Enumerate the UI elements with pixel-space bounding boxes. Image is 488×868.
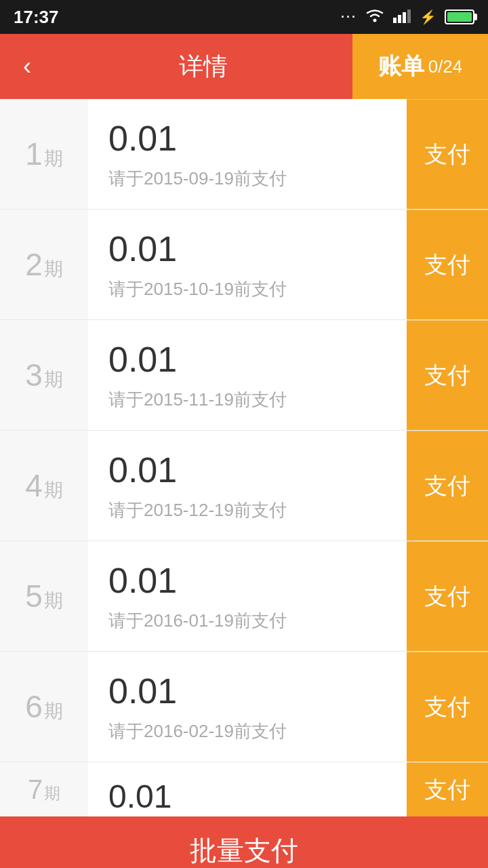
detail-col-3: 0.01 请于2015-11-19前支付 xyxy=(88,339,407,412)
pay-label-7: 支付 xyxy=(424,774,470,806)
svg-rect-4 xyxy=(407,9,411,23)
period-number-4: 4 xyxy=(25,467,43,504)
signal-icon xyxy=(392,7,411,28)
period-qi-6: 期 xyxy=(44,698,63,724)
period-col-7: 7 期 xyxy=(0,762,88,816)
table-row: 1 期 0.01 请于2015-09-19前支付 支付 xyxy=(0,99,488,210)
date-3: 请于2015-11-19前支付 xyxy=(108,388,386,412)
nav-bar: ‹ 详情 账单 0/24 xyxy=(0,34,488,99)
pay-button-3[interactable]: 支付 xyxy=(407,320,488,430)
pay-button-1[interactable]: 支付 xyxy=(407,99,488,209)
period-number-3: 3 xyxy=(25,357,43,393)
nav-title: 详情 xyxy=(54,34,352,99)
wifi-icon xyxy=(365,7,384,26)
pay-button-4[interactable]: 支付 xyxy=(407,431,488,540)
detail-col-2: 0.01 请于2015-10-19前支付 xyxy=(88,229,407,301)
period-qi-2: 期 xyxy=(44,256,63,282)
period-number-1: 1 xyxy=(25,136,43,172)
date-1: 请于2015-09-19前支付 xyxy=(108,167,386,191)
table-row: 3 期 0.01 请于2015-11-19前支付 支付 xyxy=(0,320,488,431)
period-col-2: 2 期 xyxy=(0,210,88,319)
period-col-6: 6 期 xyxy=(0,652,88,762)
pay-label-6: 支付 xyxy=(424,692,470,723)
period-col-4: 4 期 xyxy=(0,431,88,540)
pay-label-3: 支付 xyxy=(424,360,470,391)
status-time: 17:37 xyxy=(14,7,59,28)
period-number-5: 5 xyxy=(25,578,43,614)
detail-col-7: 0.01 xyxy=(88,764,407,815)
date-6: 请于2016-02-19前支付 xyxy=(108,719,386,743)
period-qi-5: 期 xyxy=(44,588,63,614)
pay-label-2: 支付 xyxy=(424,250,470,281)
period-qi-1: 期 xyxy=(44,146,63,172)
period-number-6: 6 xyxy=(25,688,43,725)
amount-4: 0.01 xyxy=(108,450,386,490)
date-5: 请于2016-01-19前支付 xyxy=(108,609,386,633)
bill-tab-count: 0/24 xyxy=(428,56,463,77)
table-row-partial: 7 期 0.01 支付 xyxy=(0,762,488,816)
batch-payment-label: 批量支付 xyxy=(190,832,298,869)
period-qi-4: 期 xyxy=(44,477,63,503)
pay-label-1: 支付 xyxy=(424,139,470,170)
period-col-1: 1 期 xyxy=(0,99,88,209)
detail-col-5: 0.01 请于2016-01-19前支付 xyxy=(88,560,407,633)
pay-label-4: 支付 xyxy=(424,471,470,502)
battery-icon xyxy=(445,9,474,24)
date-2: 请于2015-10-19前支付 xyxy=(108,277,386,301)
table-row: 5 期 0.01 请于2016-01-19前支付 支付 xyxy=(0,541,488,652)
detail-col-4: 0.01 请于2015-12-19前支付 xyxy=(88,450,407,522)
period-number-2: 2 xyxy=(25,246,43,283)
pay-button-5[interactable]: 支付 xyxy=(407,541,488,651)
table-row: 6 期 0.01 请于2016-02-19前支付 支付 xyxy=(0,652,488,762)
svg-rect-2 xyxy=(398,15,401,23)
status-icons: ··· ⚡ xyxy=(341,7,474,28)
batch-payment-button[interactable]: 批量支付 xyxy=(0,816,488,868)
svg-rect-3 xyxy=(403,12,406,23)
table-row: 2 期 0.01 请于2015-10-19前支付 支付 xyxy=(0,210,488,320)
svg-point-0 xyxy=(373,19,377,22)
period-qi-3: 期 xyxy=(44,367,63,393)
table-row: 4 期 0.01 请于2015-12-19前支付 支付 xyxy=(0,431,488,541)
amount-2: 0.01 xyxy=(108,229,386,269)
period-col-3: 3 期 xyxy=(0,320,88,430)
period-qi-7: 期 xyxy=(44,783,60,804)
pay-button-6[interactable]: 支付 xyxy=(407,652,488,762)
back-arrow-icon: ‹ xyxy=(23,52,31,81)
period-number-7: 7 xyxy=(28,774,43,805)
charge-icon: ⚡ xyxy=(420,9,436,25)
pay-button-7[interactable]: 支付 xyxy=(407,762,488,816)
amount-6: 0.01 xyxy=(108,671,386,711)
svg-rect-1 xyxy=(393,18,396,23)
bill-tab-label: 账单 xyxy=(378,51,424,82)
amount-7: 0.01 xyxy=(108,778,386,815)
bill-tab[interactable]: 账单 0/24 xyxy=(352,34,488,99)
date-4: 请于2015-12-19前支付 xyxy=(108,498,386,522)
amount-1: 0.01 xyxy=(108,118,386,159)
pay-button-2[interactable]: 支付 xyxy=(407,210,488,319)
dots-icon: ··· xyxy=(341,10,357,24)
detail-col-1: 0.01 请于2015-09-19前支付 xyxy=(88,118,407,191)
amount-3: 0.01 xyxy=(108,339,386,380)
status-bar: 17:37 ··· ⚡ xyxy=(0,0,488,34)
detail-col-6: 0.01 请于2016-02-19前支付 xyxy=(88,671,407,743)
period-col-5: 5 期 xyxy=(0,541,88,651)
amount-5: 0.01 xyxy=(108,560,386,601)
payment-list: 1 期 0.01 请于2015-09-19前支付 支付 2 期 0.01 请于2… xyxy=(0,99,488,816)
pay-label-5: 支付 xyxy=(424,581,470,612)
back-button[interactable]: ‹ xyxy=(0,34,54,99)
